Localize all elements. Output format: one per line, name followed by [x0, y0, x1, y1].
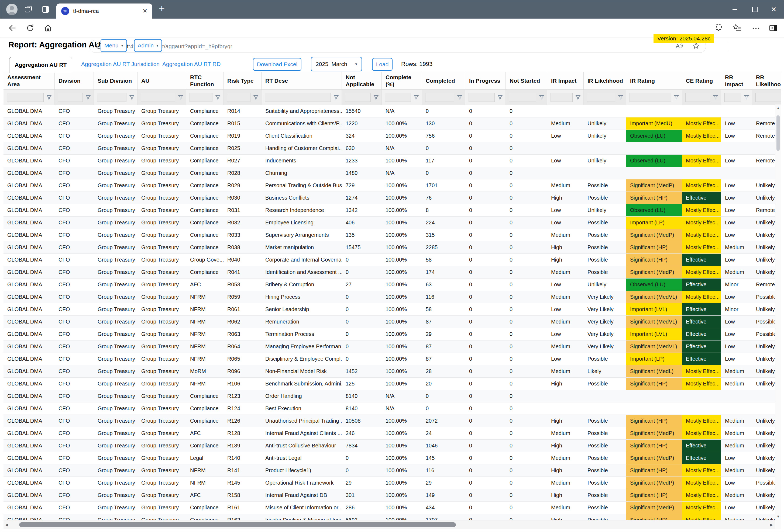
- horizontal-scrollbar-thumb[interactable]: [19, 522, 456, 527]
- column-header-sub[interactable]: Sub Division: [94, 72, 138, 89]
- column-header-iri[interactable]: IR Impact: [547, 72, 584, 89]
- scroll-down-icon[interactable]: ▼: [775, 514, 781, 520]
- filter-funnel-icon[interactable]: [373, 94, 379, 100]
- column-header-rrl[interactable]: RR Likelihood: [752, 72, 781, 89]
- column-header-prog[interactable]: In Progress: [465, 72, 506, 89]
- horizontal-scrollbar[interactable]: ◀ ▶: [3, 520, 775, 529]
- period-select[interactable]: 2025 March ▾: [311, 57, 362, 71]
- cell-rt: R064: [224, 341, 261, 353]
- filter-input-prog[interactable]: [469, 93, 495, 102]
- filter-funnel-icon[interactable]: [253, 94, 259, 100]
- cell-prog: 0: [465, 341, 506, 353]
- filter-funnel-icon[interactable]: [333, 94, 339, 100]
- column-header-irr[interactable]: IR Rating: [626, 72, 682, 89]
- read-aloud-icon[interactable]: A: [675, 42, 683, 51]
- filter-funnel-icon[interactable]: [497, 94, 503, 100]
- column-header-aa[interactable]: Assessment Area: [3, 72, 55, 89]
- window-close-button[interactable]: ✕: [767, 0, 780, 19]
- tab-aggregation-au-rt-jurisdiction[interactable]: Aggregation AU RT Jurisdiction: [81, 61, 160, 67]
- cell-irr: Significant (HP): [626, 514, 682, 521]
- scroll-up-icon[interactable]: ▲: [775, 105, 781, 111]
- filter-input-irl[interactable]: [587, 93, 615, 102]
- filter-input-rt[interactable]: [227, 93, 250, 102]
- filter-input-iri[interactable]: [551, 93, 572, 102]
- filter-funnel-icon[interactable]: [575, 94, 581, 100]
- filter-input-pct[interactable]: [385, 93, 411, 102]
- cell-rri: Minor: [721, 303, 752, 316]
- vertical-scrollbar[interactable]: ▲ ▼: [775, 105, 781, 520]
- url-text[interactable]: localhost:4200/#/report/aggaurt?appId=_h…: [106, 43, 675, 50]
- filter-funnel-icon[interactable]: [413, 94, 420, 100]
- filter-funnel-icon[interactable]: [46, 94, 52, 100]
- cell-pct: N/A: [382, 167, 422, 179]
- sidebar-panel-icon[interactable]: [768, 24, 778, 33]
- column-header-done[interactable]: Completed: [422, 72, 465, 89]
- scroll-left-icon[interactable]: ◀: [5, 523, 8, 527]
- column-header-pct[interactable]: Complete (%): [382, 72, 422, 89]
- tab-aggregation-au-rt-rd[interactable]: Aggregation AU RT RD: [162, 61, 221, 67]
- download-excel-button[interactable]: Download Excel: [253, 58, 301, 71]
- menu-button[interactable]: Menu▾: [101, 39, 127, 52]
- filter-input-rtc[interactable]: [190, 93, 213, 102]
- filter-funnel-icon[interactable]: [673, 94, 680, 100]
- more-menu-icon[interactable]: [751, 25, 760, 34]
- filter-input-rri[interactable]: [724, 93, 741, 102]
- filter-input-done[interactable]: [425, 93, 454, 102]
- address-bar[interactable]: localhost:4200/#/report/aggaurt?appId=_h…: [89, 40, 706, 53]
- column-header-desc[interactable]: RT Desc: [261, 72, 342, 89]
- profile-avatar[interactable]: [6, 4, 18, 15]
- window-maximize-button[interactable]: [749, 0, 761, 19]
- tab-title: tf-dma-rca: [73, 8, 143, 14]
- filter-input-au[interactable]: [141, 93, 175, 102]
- vertical-scrollbar-thumb[interactable]: [777, 115, 780, 151]
- admin-button[interactable]: Admin▾: [134, 39, 162, 52]
- filter-funnel-icon[interactable]: [617, 94, 624, 100]
- filter-funnel-icon[interactable]: [538, 94, 545, 100]
- column-header-au[interactable]: AU: [138, 72, 186, 89]
- favorite-star-icon[interactable]: [692, 42, 700, 51]
- column-header-na[interactable]: Not Applicable: [342, 72, 382, 89]
- scroll-right-icon[interactable]: ▶: [770, 523, 773, 527]
- favorites-bar-icon[interactable]: [732, 24, 742, 33]
- back-icon[interactable]: [8, 24, 17, 33]
- tab-preview-icon[interactable]: [41, 5, 50, 14]
- load-button[interactable]: Load: [372, 58, 393, 71]
- column-header-irl[interactable]: IR Likelihood: [584, 72, 626, 89]
- column-header-rri[interactable]: RR Impact: [721, 72, 752, 89]
- tab-aggregation-au-rt[interactable]: Aggregation AU RT: [9, 57, 72, 73]
- filter-funnel-icon[interactable]: [215, 94, 221, 100]
- cell-cer: Mostly Effec...: [682, 229, 721, 241]
- filter-input-desc[interactable]: [265, 93, 331, 102]
- new-tab-button[interactable]: +: [159, 2, 165, 14]
- filter-input-rrl[interactable]: [755, 93, 781, 102]
- filter-funnel-icon[interactable]: [456, 94, 463, 100]
- cell-prog: 0: [465, 303, 506, 316]
- window-minimize-button[interactable]: [729, 0, 741, 19]
- browser-tab[interactable]: TF tf-dma-rca ✕: [56, 3, 152, 19]
- column-header-div[interactable]: Division: [55, 72, 94, 89]
- workspaces-icon[interactable]: [24, 5, 33, 14]
- column-header-ns[interactable]: Not Started: [506, 72, 547, 89]
- filter-funnel-icon[interactable]: [129, 94, 135, 100]
- filter-funnel-icon[interactable]: [712, 94, 719, 100]
- filter-input-na[interactable]: [345, 93, 371, 102]
- filter-input-irr[interactable]: [629, 93, 671, 102]
- filter-funnel-icon[interactable]: [85, 94, 91, 100]
- filter-input-aa[interactable]: [7, 93, 44, 102]
- cell-irl: Very Likely: [584, 341, 626, 353]
- filter-funnel-icon[interactable]: [177, 94, 184, 100]
- filter-input-cer[interactable]: [685, 93, 710, 102]
- column-header-cer[interactable]: CE Rating: [682, 72, 721, 89]
- column-header-rt[interactable]: Risk Type: [224, 72, 261, 89]
- extensions-icon[interactable]: [714, 24, 723, 33]
- home-icon[interactable]: [44, 24, 53, 33]
- close-tab-icon[interactable]: ✕: [143, 7, 147, 14]
- filter-input-sub[interactable]: [97, 93, 127, 102]
- filter-funnel-icon[interactable]: [743, 94, 750, 100]
- refresh-icon[interactable]: [26, 24, 35, 33]
- filter-input-ns[interactable]: [509, 93, 536, 102]
- cell-irr: Important (LVL): [626, 328, 682, 340]
- column-header-rtc[interactable]: RTC Function: [186, 72, 224, 89]
- cell-prog: 0: [465, 353, 506, 365]
- filter-input-div[interactable]: [58, 93, 83, 102]
